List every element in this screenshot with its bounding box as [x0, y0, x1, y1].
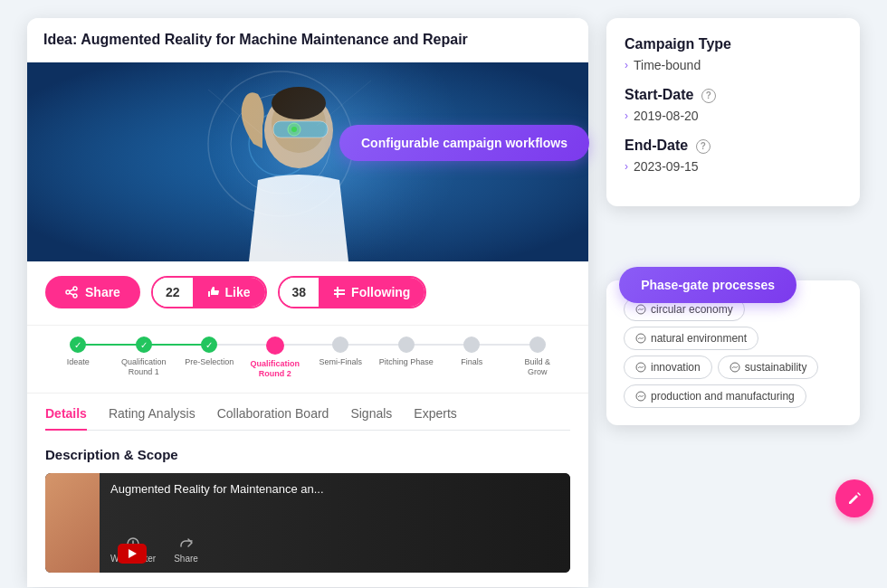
tag-icon [635, 362, 646, 373]
connector-6 [406, 344, 472, 346]
tag-chip: innovation [624, 356, 712, 379]
stage-dot-build [529, 337, 546, 353]
end-date-text: 2023-09-15 [634, 159, 699, 174]
description-title: Description & Scope [45, 447, 570, 462]
campaign-type-text: Time-bound [634, 58, 701, 72]
tabs-row: Details Rating Analysis Collaboration Bo… [45, 394, 570, 431]
connector-3 [209, 344, 275, 346]
svg-point-15 [66, 290, 70, 294]
stages-track: ✓ Ideate ✓ QualificationRound 1 ✓ Pre-Se [45, 337, 570, 379]
stage-label-ideate: Ideate [67, 357, 90, 367]
share-button[interactable]: Share [45, 276, 140, 308]
like-count: 22 [153, 278, 193, 307]
share-icon [65, 286, 78, 299]
like-group: 22 Like [151, 276, 267, 308]
svg-rect-20 [337, 287, 339, 298]
stage-presel: ✓ Pre-Selection [176, 337, 243, 367]
svg-rect-19 [334, 293, 345, 295]
stage-dot-pitching [398, 337, 415, 353]
idea-card: Idea: Augmented Reality for Machine Main… [27, 18, 588, 587]
following-label: Following [351, 285, 410, 299]
tab-rating[interactable]: Rating Analysis [109, 394, 196, 430]
connector-2 [144, 344, 210, 346]
tab-signals[interactable]: Signals [350, 394, 392, 430]
stage-label-build: Build &Grow [524, 357, 550, 377]
action-row: Share 22 Like 38 Following [27, 261, 588, 323]
youtube-play-button[interactable] [118, 544, 147, 564]
tag-icon [635, 333, 646, 344]
pencil-icon [846, 490, 863, 507]
phase-gate-text: Phase-gate processes [641, 278, 775, 292]
stage-build: Build &Grow [505, 337, 571, 377]
tabs-section: Details Rating Analysis Collaboration Bo… [27, 393, 588, 431]
stage-dot-semi [332, 337, 348, 353]
campaign-type-field: Campaign Type › Time-bound [625, 36, 842, 72]
following-group: 38 Following [278, 276, 427, 308]
stage-dot-ideate: ✓ [70, 337, 86, 353]
start-date-help-icon[interactable]: ? [701, 89, 716, 103]
connector-7 [472, 344, 538, 346]
stage-dot-qual2 [266, 337, 284, 355]
campaign-bubble: Configurable campaign workflows [339, 125, 589, 161]
video-thumb-bg [45, 473, 100, 573]
tag-icon [635, 391, 646, 402]
tab-collaboration[interactable]: Collaboration Board [217, 394, 329, 430]
tag-icon [730, 362, 740, 373]
following-button[interactable]: Following [319, 278, 424, 307]
start-date-label: Start-Date ? [625, 87, 842, 103]
end-arrow-icon: › [625, 160, 628, 173]
stage-pitching: Pitching Phase [374, 337, 440, 367]
campaign-bubble-text: Configurable campaign workflows [361, 136, 567, 150]
stage-label-finals: Finals [461, 357, 482, 367]
stage-qual1: ✓ QualificationRound 1 [111, 337, 177, 377]
idea-title: Idea: Augmented Reality for Machine Main… [43, 31, 572, 50]
following-count: 38 [280, 278, 320, 307]
stage-ideate: ✓ Ideate [45, 337, 111, 367]
svg-point-14 [73, 294, 77, 298]
video-share-action[interactable]: Share [174, 536, 198, 564]
start-date-field: Start-Date ? › 2019-08-20 [625, 87, 842, 123]
type-arrow-icon: › [625, 59, 628, 71]
end-date-label-text: End-Date [625, 138, 688, 153]
tab-details[interactable]: Details [45, 394, 87, 430]
tab-experts[interactable]: Experts [414, 394, 456, 430]
connector-4 [275, 344, 341, 346]
stage-label-pitching: Pitching Phase [379, 357, 434, 367]
end-date-help-icon[interactable]: ? [696, 139, 711, 154]
play-triangle-icon [129, 549, 137, 558]
start-date-value: › 2019-08-20 [625, 109, 842, 123]
video-content: Augmented Reality for Maintenance an... … [100, 473, 570, 573]
stage-qual2: QualificationRound 2 [243, 337, 309, 379]
stage-label-qual2: QualificationRound 2 [250, 359, 300, 379]
connector-1 [78, 344, 144, 346]
stage-dot-finals [463, 337, 480, 353]
stage-semi: Semi-Finals [308, 337, 374, 367]
tags-list: circular economy natural environment inn… [621, 295, 845, 411]
check-icon-ideate: ✓ [74, 339, 81, 349]
start-arrow-icon: › [625, 109, 628, 122]
video-thumbnail[interactable]: Augmented Reality for Maintenance an... … [45, 473, 570, 573]
following-icon [333, 286, 346, 299]
share-video-icon [179, 536, 194, 551]
campaign-type-label: Campaign Type [625, 36, 842, 52]
start-date-text: 2019-08-20 [634, 109, 699, 123]
idea-hero-image [27, 62, 588, 261]
start-date-label-text: Start-Date [625, 87, 693, 102]
phase-gate-bubble: Phase-gate processes [619, 267, 796, 303]
video-share-label: Share [174, 554, 198, 564]
idea-title-bar: Idea: Augmented Reality for Machine Main… [27, 18, 588, 62]
stage-label-presel: Pre-Selection [185, 357, 234, 367]
stage-finals: Finals [439, 337, 505, 367]
edit-button[interactable] [835, 479, 873, 517]
tag-chip: sustainability [718, 356, 819, 379]
tag-chip: natural environment [624, 327, 758, 350]
like-label: Like [225, 285, 251, 299]
like-button[interactable]: Like [193, 278, 265, 307]
check-icon-qual1: ✓ [140, 339, 148, 349]
share-label: Share [85, 285, 120, 299]
svg-line-16 [70, 289, 73, 291]
campaign-type-value: › Time-bound [625, 58, 842, 72]
stage-dot-qual1: ✓ [136, 337, 152, 353]
svg-line-17 [70, 293, 73, 295]
description-section: Description & Scope Augmented Reality fo… [27, 432, 588, 587]
